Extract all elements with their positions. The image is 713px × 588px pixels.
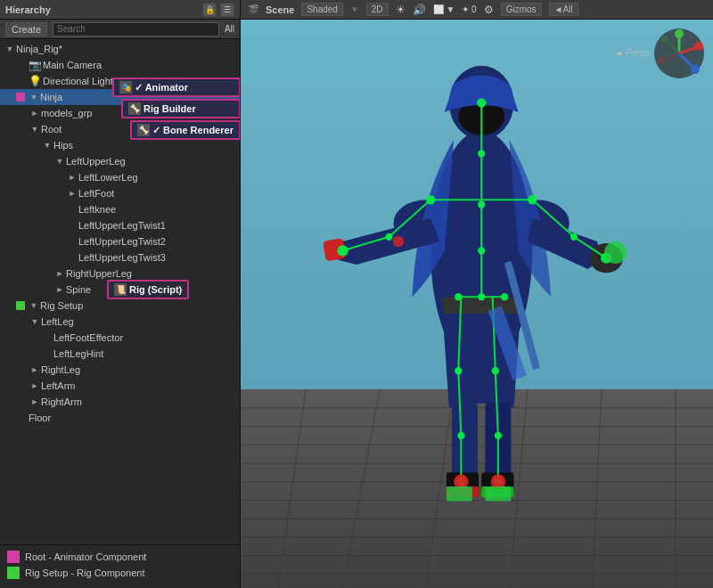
- scene-title: Scene: [266, 4, 294, 15]
- svg-point-50: [477, 98, 486, 107]
- tree-item-leftupperlegtwist1[interactable]: LeftUpperLegTwist1: [0, 217, 240, 233]
- svg-point-87: [658, 57, 665, 64]
- leftfoot-arrow: [66, 187, 78, 200]
- all-filter[interactable]: All: [225, 24, 234, 34]
- ninja-label: Ninja: [40, 92, 62, 102]
- legend-item-rig: Rig Setup - Rig Component: [7, 567, 233, 579]
- svg-point-71: [393, 236, 404, 247]
- gizmos-button[interactable]: Gizmos: [501, 3, 542, 16]
- svg-point-57: [385, 233, 392, 241]
- rightarm-label: RightArm: [41, 396, 82, 407]
- leftupperleg-label: LeftUpperLeg: [66, 156, 126, 167]
- persp-label: ◄ Persp: [614, 48, 649, 58]
- tree-item-leftfoot[interactable]: LeftFoot: [0, 185, 240, 201]
- orientation-gizmo: Y X Z: [652, 27, 706, 80]
- svg-point-59: [570, 233, 578, 241]
- scene-toolbar: 🎬 Scene Shaded ▼ 2D ☀ 🔊 ⬜ ▼ ✦ 0 ⚙ Gizmos…: [241, 0, 713, 20]
- rightleg-arrow: [29, 363, 41, 376]
- hierarchy-legend: Root - Animator Component Rig Setup - Ri…: [0, 544, 240, 588]
- svg-point-52: [478, 200, 485, 208]
- scene-root-arrow: [4, 43, 16, 55]
- tree-item-rig-setup[interactable]: Rig Setup: [0, 298, 240, 314]
- light-icon: 💡: [29, 75, 41, 87]
- tree-item-leftleghint[interactable]: LeftLegHint: [0, 346, 240, 362]
- bone-renderer-badge-icon: 🦴: [137, 124, 150, 136]
- tree-item-leftlowerleg[interactable]: LeftLowerLeg: [0, 169, 240, 185]
- bone-renderer-badge: 🦴 ✓ Bone Renderer: [130, 120, 240, 140]
- all-button[interactable]: ◄All: [549, 3, 578, 16]
- tree-item-leftupperlegtwist2[interactable]: LeftUpperLegTwist2: [0, 233, 240, 249]
- tree-item-leftleg[interactable]: LeftLeg: [0, 314, 240, 330]
- leftarm-label: LeftArm: [41, 380, 76, 391]
- mode-2d-button[interactable]: 2D: [366, 3, 389, 16]
- leftlowerleg-arrow: [66, 171, 78, 184]
- hierarchy-title: Hierarchy: [5, 4, 51, 15]
- hierarchy-toolbar: Create All: [0, 20, 240, 39]
- legend-label-rig: Rig Setup - Rig Component: [25, 568, 145, 578]
- scene-tab-icon: 🎬: [248, 4, 258, 14]
- models-grp-arrow: [29, 107, 41, 119]
- svg-rect-72: [447, 486, 472, 502]
- create-button[interactable]: Create: [5, 22, 47, 37]
- svg-rect-1: [7, 567, 20, 579]
- leftleg-label: LeftLeg: [41, 316, 74, 327]
- main-layout: Hierarchy 🔒 ☰ Create All Ninja_Rig* 📷: [0, 0, 713, 588]
- twist1-arrow: [66, 219, 78, 232]
- twist1-label: LeftUpperLegTwist1: [78, 220, 166, 231]
- component-badges: 🎭 ✓ Animator 🦴 Rig Builder 🦴 ✓ Bone Rend…: [112, 78, 240, 140]
- settings-icon[interactable]: ⚙: [484, 4, 494, 16]
- tree-item-leftfooteffector[interactable]: LeftFootEffector: [0, 330, 240, 346]
- hierarchy-panel: Hierarchy 🔒 ☰ Create All Ninja_Rig* 📷: [0, 0, 241, 588]
- svg-point-64: [492, 367, 499, 374]
- viewport-options: ⬜ ▼: [433, 4, 455, 14]
- toolbar-sep1: ▼: [350, 4, 359, 14]
- svg-rect-29: [452, 404, 478, 478]
- main-camera-label: Main Camera: [43, 60, 102, 70]
- tree-item-leftknee[interactable]: Leftknee: [0, 201, 240, 217]
- leftupperleg-arrow: [53, 155, 66, 167]
- svg-point-54: [478, 293, 485, 300]
- rig-script-badge-label: Rig (Script): [129, 284, 182, 295]
- rig-setup-label: Rig Setup: [40, 300, 83, 311]
- hierarchy-header: Hierarchy 🔒 ☰: [0, 0, 240, 20]
- tree-item-leftupperlegtwist3[interactable]: LeftUpperLegTwist3: [0, 249, 240, 265]
- tree-item-main-camera[interactable]: 📷 Main Camera: [0, 57, 240, 73]
- rig-builder-badge-label: Rig Builder: [143, 103, 196, 114]
- tree-item-rightarm[interactable]: RightArm: [0, 394, 240, 410]
- svg-point-89: [661, 36, 668, 43]
- rig-setup-color-dot: [16, 301, 25, 310]
- lock-icon[interactable]: 🔒: [202, 3, 217, 17]
- svg-point-63: [455, 367, 462, 374]
- svg-point-53: [478, 247, 485, 254]
- main-camera-arrow: [16, 59, 29, 71]
- scene-viewport[interactable]: Y X Z ◄ Persp: [241, 20, 713, 588]
- audio-icon: 🔊: [413, 4, 426, 16]
- animator-badge: 🎭 ✓ Animator: [112, 78, 240, 97]
- rightupperleg-arrow: [53, 267, 66, 280]
- rig-builder-badge: 🦴 Rig Builder: [121, 99, 240, 118]
- tree-item-floor[interactable]: Floor: [0, 410, 240, 426]
- ninja-color-dot: [16, 93, 25, 102]
- tree-item-leftarm[interactable]: LeftArm: [0, 378, 240, 394]
- menu-icon[interactable]: ☰: [220, 3, 234, 17]
- scene-root-item[interactable]: Ninja_Rig*: [0, 41, 240, 57]
- svg-point-55: [426, 195, 435, 204]
- rig-script-badge: 📜 Rig (Script): [107, 280, 189, 299]
- shaded-button[interactable]: Shaded: [301, 3, 342, 16]
- svg-point-51: [478, 150, 485, 157]
- search-input[interactable]: [53, 22, 219, 37]
- scene-root-label: Ninja_Rig*: [16, 44, 62, 54]
- tree-item-rightleg[interactable]: RightLeg: [0, 362, 240, 378]
- svg-point-66: [495, 432, 502, 439]
- spine-arrow: [53, 283, 66, 296]
- svg-point-56: [528, 195, 537, 204]
- rightupperleg-label: RightUpperLeg: [66, 268, 132, 279]
- hierarchy-tree[interactable]: Ninja_Rig* 📷 Main Camera 💡 Directional L…: [0, 39, 240, 544]
- tree-item-leftupperleg[interactable]: LeftUpperLeg: [0, 153, 240, 169]
- twist2-arrow: [66, 235, 78, 248]
- svg-point-65: [457, 432, 464, 439]
- leftfoot-label: LeftFoot: [78, 188, 114, 199]
- ninja-arrow: [28, 91, 40, 103]
- rightleg-label: RightLeg: [41, 364, 80, 375]
- hips-label: Hips: [53, 140, 73, 151]
